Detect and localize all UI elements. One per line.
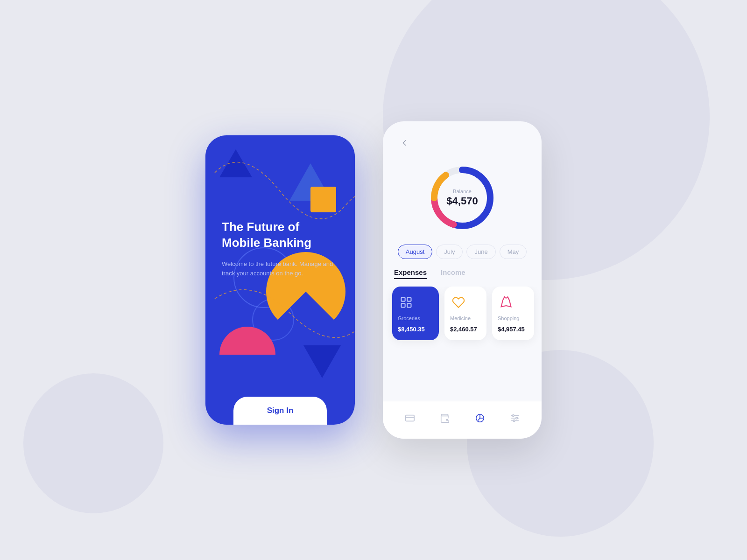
donut-center: Balance $4,570 — [446, 189, 478, 207]
nav-chart[interactable] — [471, 409, 489, 427]
groceries-amount: $8,450.35 — [398, 326, 433, 333]
top-bar — [383, 121, 542, 156]
svg-point-16 — [512, 415, 514, 417]
shape-rect-orange — [310, 187, 336, 212]
left-phone-content: The Future of Mobile Banking Welcome to … — [222, 219, 338, 279]
back-button[interactable] — [396, 134, 413, 151]
left-phone: The Future of Mobile Banking Welcome to … — [205, 135, 355, 425]
signin-label: Sign In — [267, 406, 294, 415]
right-phone: .top-bar .icon-btn:last-child svg { disp… — [383, 121, 542, 439]
svg-rect-5 — [402, 298, 405, 301]
bottom-nav — [383, 401, 542, 439]
nav-card[interactable] — [401, 409, 419, 427]
balance-label: Balance — [446, 189, 478, 194]
balance-amount: $4,570 — [446, 195, 478, 207]
svg-rect-8 — [407, 303, 411, 307]
phones-container: The Future of Mobile Banking Welcome to … — [205, 121, 542, 439]
signin-button[interactable]: Sign In — [233, 397, 327, 425]
svg-point-11 — [446, 419, 448, 420]
shopping-icon — [498, 294, 514, 311]
groceries-label: Groceries — [398, 315, 433, 321]
shape-triangle-dark — [219, 149, 252, 177]
tab-august[interactable]: August — [398, 245, 432, 259]
svg-point-17 — [515, 417, 517, 419]
expense-card-groceries[interactable]: Groceries $8,450.35 — [392, 287, 439, 340]
right-phone-inner: .top-bar .icon-btn:last-child svg { disp… — [383, 121, 542, 439]
tab-income[interactable]: Income — [441, 268, 465, 279]
donut-container: Balance $4,570 — [425, 161, 500, 235]
medicine-label: Medicine — [450, 315, 481, 321]
svg-rect-9 — [405, 415, 414, 421]
svg-point-18 — [513, 420, 515, 422]
medicine-icon — [450, 294, 467, 311]
groceries-icon — [398, 294, 415, 311]
nav-wallet[interactable] — [436, 409, 454, 427]
shopping-label: Shopping — [498, 315, 529, 321]
tab-may[interactable]: May — [500, 245, 527, 259]
download-button[interactable] — [512, 134, 529, 151]
nav-settings[interactable] — [506, 409, 524, 427]
bg-decor-circle-3 — [23, 373, 163, 513]
expense-card-medicine[interactable]: Medicine $2,460.57 — [444, 287, 486, 340]
left-phone-subtitle: Welcome to the future bank. Manage and t… — [222, 259, 338, 279]
donut-chart-area: Balance $4,570 — [383, 156, 542, 245]
tab-expenses[interactable]: Expenses — [394, 268, 427, 279]
month-tabs: August July June May — [383, 245, 542, 268]
shopping-amount: $4,957.45 — [498, 326, 529, 333]
expense-cards: Groceries $8,450.35 Medicine $2,460.57 — [383, 287, 542, 350]
svg-rect-7 — [402, 303, 405, 307]
shape-triangle-bottom — [303, 345, 341, 378]
left-phone-title: The Future of Mobile Banking — [222, 219, 338, 251]
tab-july[interactable]: July — [436, 245, 463, 259]
medicine-amount: $2,460.57 — [450, 326, 481, 333]
svg-rect-6 — [407, 298, 411, 301]
expense-card-shopping[interactable]: Shopping $4,957.45 — [492, 287, 534, 340]
section-tabs: Expenses Income — [383, 268, 542, 287]
tab-june[interactable]: June — [466, 245, 495, 259]
